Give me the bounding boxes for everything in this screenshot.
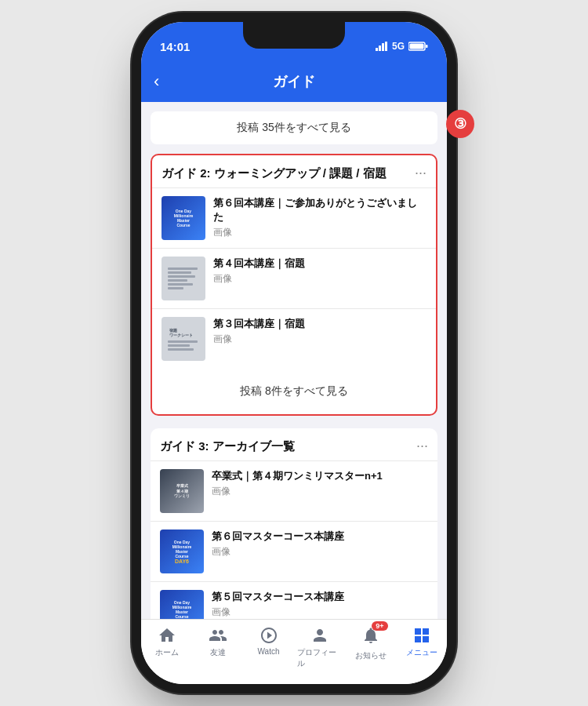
app-header: ‹ ガイド bbox=[141, 61, 447, 102]
notch bbox=[243, 22, 345, 49]
post-item-6[interactable]: One DayMillionaireMasterCourse DAY5 第５回マ… bbox=[151, 581, 437, 619]
bottom-navigation: ホーム 友達 Watch プロフィール bbox=[141, 619, 447, 684]
watch-icon bbox=[260, 626, 278, 645]
nav-watch-label: Watch bbox=[258, 647, 280, 656]
step-3-badge: ③ bbox=[446, 110, 474, 138]
back-button[interactable]: ‹ bbox=[154, 71, 159, 92]
post-item-5[interactable]: One DayMillionaireMasterCourse DAY6 第６回マ… bbox=[151, 521, 437, 581]
post-4-type: 画像 bbox=[212, 485, 428, 498]
friends-icon bbox=[209, 626, 227, 645]
phone-frame: 14:01 5G ‹ ガイド 投稿 35件をすべて見る ガイ bbox=[141, 22, 447, 684]
guide-2-more-button[interactable]: ··· bbox=[408, 165, 426, 181]
post-item-1[interactable]: One DayMillionaireMasterCourse 第６回本講座｜ご参… bbox=[152, 187, 436, 248]
show-all-guide-2-button[interactable]: 投稿 8件をすべて見る bbox=[162, 375, 426, 408]
post-5-title: 第６回マスターコース本講座 bbox=[212, 530, 428, 544]
guide-2-title: ガイド 2: ウォーミングアップ / 課題 / 宿題 bbox=[162, 165, 408, 181]
show-all-top-button[interactable]: 投稿 35件をすべて見る bbox=[151, 111, 437, 144]
post-2-thumbnail bbox=[162, 257, 205, 300]
post-5-type: 画像 bbox=[212, 545, 428, 559]
svg-rect-0 bbox=[376, 48, 378, 51]
nav-item-menu[interactable]: メニュー bbox=[396, 626, 447, 658]
nav-home-label: ホーム bbox=[155, 647, 179, 658]
post-3-thumbnail: 宿題ワークシート bbox=[162, 317, 205, 361]
guide-3-header: ガイド 3: アーカイブ一覧 ··· bbox=[151, 428, 437, 460]
svg-rect-1 bbox=[379, 45, 381, 51]
main-content: 投稿 35件をすべて見る ガイド 2: ウォーミングアップ / 課題 / 宿題 … bbox=[141, 102, 447, 619]
nav-notifications-label: お知らせ bbox=[355, 650, 387, 661]
post-6-thumbnail: One DayMillionaireMasterCourse DAY5 bbox=[160, 590, 204, 619]
post-4-title: 卒業式｜第４期ワンミリマスターn+1 bbox=[212, 469, 428, 483]
notification-badge: 9+ bbox=[372, 621, 387, 631]
nav-item-profile[interactable]: プロフィール bbox=[294, 626, 345, 669]
post-3-type: 画像 bbox=[213, 333, 426, 346]
nav-menu-label: メニュー bbox=[406, 647, 437, 658]
battery-icon bbox=[408, 42, 428, 51]
svg-rect-2 bbox=[382, 43, 384, 51]
post-4-thumbnail: 卒業式第４期ワンミリ bbox=[160, 469, 204, 513]
post-1-type: 画像 bbox=[213, 226, 426, 239]
nav-item-friends[interactable]: 友達 bbox=[192, 626, 243, 658]
post-2-type: 画像 bbox=[213, 272, 426, 286]
post-item-4[interactable]: 卒業式第４期ワンミリ 卒業式｜第４期ワンミリマスターn+1 画像 bbox=[151, 460, 437, 521]
guide-3-more-button[interactable]: ··· bbox=[410, 438, 428, 454]
nav-friends-label: 友達 bbox=[210, 647, 226, 658]
guide-card-3: ガイド 3: アーカイブ一覧 ··· 卒業式第４期ワンミリ 卒業式｜第４期ワンミ… bbox=[151, 428, 437, 619]
signal-icon bbox=[376, 42, 388, 51]
nav-item-watch[interactable]: Watch bbox=[243, 626, 294, 656]
header-title: ガイド bbox=[273, 72, 315, 91]
post-3-title: 第３回本講座｜宿題 bbox=[213, 317, 426, 331]
profile-icon bbox=[310, 626, 329, 645]
nav-item-notifications[interactable]: 9+ お知らせ bbox=[345, 626, 396, 661]
post-1-thumbnail: One DayMillionaireMasterCourse bbox=[162, 196, 205, 240]
home-icon bbox=[158, 626, 176, 645]
svg-rect-6 bbox=[410, 44, 424, 49]
guide-card-2: ガイド 2: ウォーミングアップ / 課題 / 宿題 ··· One DayMi… bbox=[151, 154, 437, 416]
post-5-thumbnail: One DayMillionaireMasterCourse DAY6 bbox=[160, 530, 204, 573]
network-label: 5G bbox=[392, 41, 405, 52]
status-time: 14:01 bbox=[160, 40, 190, 53]
post-1-title: 第６回本講座｜ご参加ありがとうございました bbox=[213, 196, 426, 224]
post-6-title: 第５回マスターコース本講座 bbox=[212, 590, 428, 604]
guide-2-header: ガイド 2: ウォーミングアップ / 課題 / 宿題 ··· bbox=[152, 155, 436, 187]
guide-3-title: ガイド 3: アーカイブ一覧 bbox=[160, 438, 410, 454]
post-item-3[interactable]: 宿題ワークシート 第３回本講座｜宿題 画像 bbox=[152, 308, 436, 369]
post-item-2[interactable]: 第４回本講座｜宿題 画像 bbox=[152, 248, 436, 308]
status-icons: 5G bbox=[376, 41, 428, 52]
svg-rect-3 bbox=[385, 42, 387, 51]
svg-rect-5 bbox=[426, 45, 428, 48]
post-2-title: 第４回本講座｜宿題 bbox=[213, 257, 426, 271]
nav-item-home[interactable]: ホーム bbox=[141, 626, 192, 658]
menu-icon bbox=[412, 626, 431, 645]
nav-profile-label: プロフィール bbox=[297, 647, 342, 669]
post-6-type: 画像 bbox=[212, 606, 428, 619]
